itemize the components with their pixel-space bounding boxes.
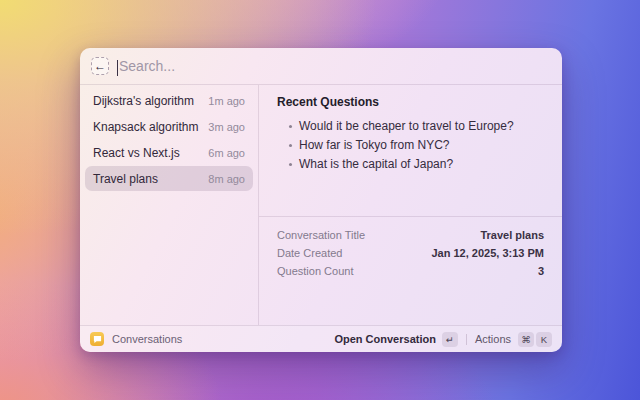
metadata-section: Conversation Title Travel plans Date Cre… [259,217,562,325]
question-item: How far is Tokyo from NYC? [277,136,544,155]
chat-bubble-icon [93,335,102,344]
bullet-icon [289,144,292,147]
arrow-left-icon: ← [94,60,106,72]
list-item[interactable]: Knapsack algorithm 3m ago [85,114,253,139]
text-caret [117,60,118,76]
recent-questions-section: Recent Questions Would it be cheaper to … [259,85,562,217]
bullet-icon [289,125,292,128]
search-input[interactable] [117,58,551,74]
conversations-app-icon [90,332,104,346]
question-item: What is the capital of Japan? [277,155,544,174]
cmd-key-icon: ⌘ [518,332,534,347]
detail-panel: Recent Questions Would it be cheaper to … [259,85,562,325]
list-item-time: 6m ago [208,147,245,159]
back-button[interactable]: ← [91,57,109,75]
footer-divider [466,334,467,345]
command-palette-window: ← Dijkstra's algorithm 1m ago Knapsack a… [80,48,562,352]
list-item-time: 8m ago [208,173,245,185]
question-item: Would it be cheaper to travel to Europe? [277,117,544,136]
search-bar: ← [80,48,562,85]
actions-button[interactable]: Actions [475,333,511,345]
open-conversation-action[interactable]: Open Conversation [334,333,435,345]
conversation-list: Dijkstra's algorithm 1m ago Knapsack alg… [80,85,259,325]
list-item-title: Knapsack algorithm [93,120,198,134]
list-item[interactable]: React vs Next.js 6m ago [85,140,253,165]
metadata-row: Question Count 3 [277,262,544,280]
k-key-icon: K [536,332,552,347]
list-item-title: React vs Next.js [93,146,180,160]
footer-bar: Conversations Open Conversation ↵ Action… [80,325,562,352]
list-item-time: 1m ago [208,95,245,107]
list-item-title: Dijkstra's algorithm [93,94,194,108]
footer-app-label: Conversations [112,333,182,345]
metadata-row: Conversation Title Travel plans [277,226,544,244]
list-item-title: Travel plans [93,172,158,186]
metadata-row: Date Created Jan 12, 2025, 3:13 PM [277,244,544,262]
list-item-selected[interactable]: Travel plans 8m ago [85,166,253,191]
bullet-icon [289,163,292,166]
list-item-time: 3m ago [208,121,245,133]
recent-questions-heading: Recent Questions [277,95,544,109]
list-item[interactable]: Dijkstra's algorithm 1m ago [85,88,253,113]
return-key-icon: ↵ [442,332,458,347]
